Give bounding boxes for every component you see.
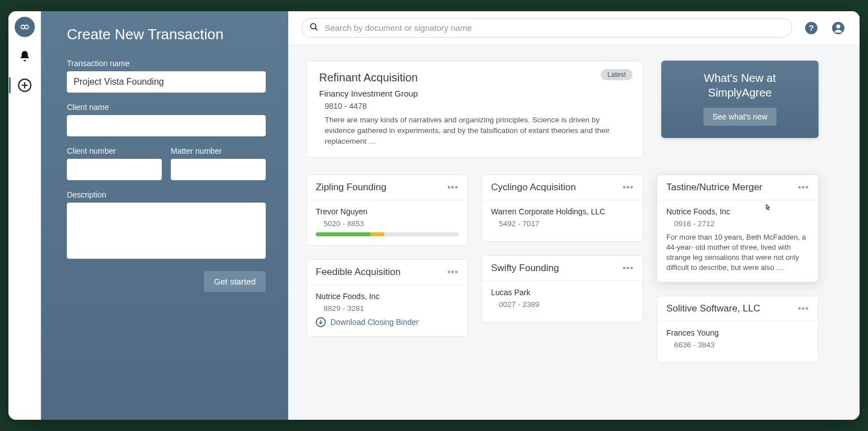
hero-numbers: 9810 - 4478 (325, 102, 630, 111)
icon-rail (8, 11, 41, 420)
card-description: For more than 10 years, Beth McFadden, a… (666, 232, 809, 273)
svg-point-10 (837, 24, 840, 28)
hero-client: Financy Investment Group (319, 89, 630, 98)
card-menu-icon[interactable]: ••• (798, 304, 809, 314)
main-area: ? Latest Refinant Acquisition Financy In… (288, 11, 860, 420)
label-client-number: Client number (67, 146, 162, 155)
whats-new-panel: What's New at SimplyAgree See what's new (661, 61, 819, 138)
transaction-name-input[interactable] (67, 71, 266, 93)
client-name-input[interactable] (67, 115, 266, 136)
profile-icon[interactable] (830, 20, 846, 36)
panel-title: Create New Transaction (67, 26, 266, 43)
svg-point-5 (311, 24, 316, 29)
card-menu-icon[interactable]: ••• (622, 263, 634, 273)
search-input[interactable] (302, 18, 792, 38)
latest-badge: Latest (601, 69, 633, 80)
card-numbers: 8829 - 3281 (324, 304, 458, 313)
card-title: Solitive Software, LLC (666, 303, 760, 314)
card-title: Tastine/Nutrice Merger (666, 182, 762, 193)
label-description: Description (67, 190, 266, 199)
download-icon (316, 317, 326, 327)
create-transaction-icon[interactable] (15, 75, 35, 95)
matter-number-input[interactable] (171, 159, 266, 180)
client-number-input[interactable] (67, 159, 162, 180)
card-title: Zipling Founding (316, 182, 387, 193)
svg-point-1 (25, 25, 29, 29)
transaction-card-zipling[interactable]: Zipling Founding ••• Trevor Nguyen 5020 … (306, 175, 468, 246)
get-started-button[interactable]: Get started (204, 271, 266, 292)
logo-icon[interactable] (15, 17, 35, 37)
search-icon (310, 22, 319, 34)
card-numbers: 5492 - 7017 (499, 219, 634, 228)
notifications-icon[interactable] (15, 46, 35, 66)
card-title: Feedible Acquisition (316, 267, 401, 278)
card-client: Nutrice Foods, Inc (666, 207, 809, 216)
label-matter-number: Matter number (171, 146, 266, 155)
download-closing-binder-link[interactable]: Download Closing Binder (316, 317, 458, 327)
transaction-card-swifty[interactable]: Swifty Founding ••• Lucas Park 0027 - 23… (481, 255, 643, 323)
whats-new-title: What's New at SimplyAgree (668, 71, 812, 100)
card-title: Swifty Founding (491, 263, 559, 274)
svg-text:?: ? (808, 23, 814, 33)
card-numbers: 0027 - 2389 (499, 300, 634, 309)
content-scroll: Latest Refinant Acquisition Financy Inve… (288, 45, 860, 379)
label-transaction-name: Transaction name (67, 59, 266, 68)
latest-transaction-card[interactable]: Latest Refinant Acquisition Financy Inve… (306, 61, 643, 158)
card-client: Lucas Park (491, 288, 634, 297)
card-client: Frances Young (666, 328, 809, 337)
transaction-card-solitive[interactable]: Solitive Software, LLC ••• Frances Young… (657, 296, 819, 363)
see-whats-new-button[interactable]: See what's new (703, 108, 776, 126)
card-title: Cyclingo Acquisition (491, 182, 576, 193)
description-input[interactable] (67, 203, 266, 259)
transaction-card-cyclingo[interactable]: Cyclingo Acquisition ••• Warren Corporat… (481, 175, 643, 242)
card-numbers: 0916 - 2712 (674, 219, 809, 228)
card-menu-icon[interactable]: ••• (622, 182, 634, 192)
hero-title: Refinant Acquisition (319, 71, 630, 84)
card-client: Trevor Nguyen (316, 207, 458, 216)
card-menu-icon[interactable]: ••• (447, 267, 458, 277)
card-menu-icon[interactable]: ••• (798, 182, 809, 192)
create-transaction-panel: Create New Transaction Transaction name … (41, 11, 288, 420)
card-numbers: 5020 - 8853 (324, 219, 458, 228)
app-window: Create New Transaction Transaction name … (8, 11, 860, 420)
progress-bar (316, 232, 458, 236)
topbar: ? (288, 11, 860, 45)
transaction-card-tastine[interactable]: Tastine/Nutrice Merger ••• Nutrice Foods… (657, 175, 819, 283)
label-client-name: Client name (67, 103, 266, 112)
svg-line-6 (315, 28, 317, 30)
card-client: Warren Corporate Holdings, LLC (491, 207, 634, 216)
card-client: Nutrice Foods, Inc (316, 292, 458, 301)
hero-description: There are many kinds of narratives and o… (325, 115, 630, 147)
card-menu-icon[interactable]: ••• (447, 182, 458, 192)
card-numbers: 6636 - 3843 (674, 341, 809, 349)
svg-point-0 (21, 25, 25, 29)
transaction-card-feedible[interactable]: Feedible Acquisition ••• Nutrice Foods, … (306, 259, 468, 337)
help-icon[interactable]: ? (803, 20, 819, 36)
